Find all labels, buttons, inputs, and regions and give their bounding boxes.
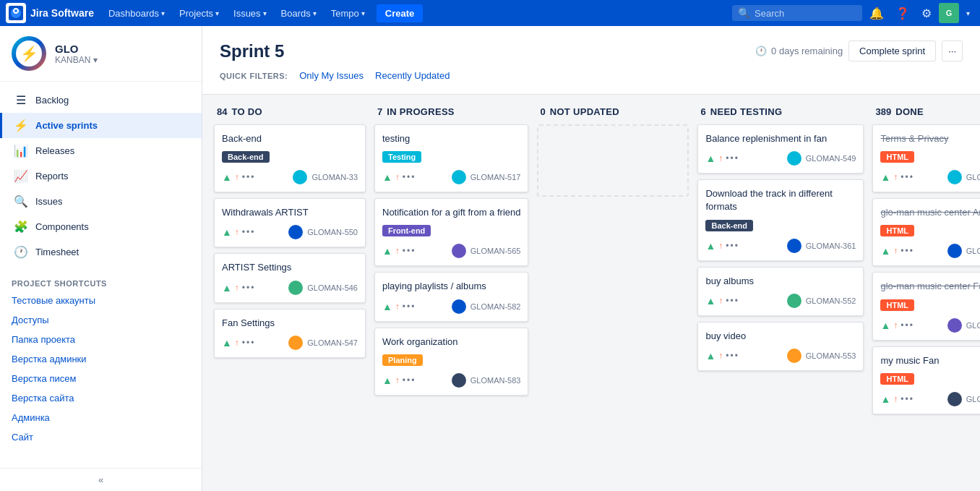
card-GLOMAN-583[interactable]: Work organization Planing ▲ ↑ ••• GLOMAN… (374, 328, 528, 396)
column-count-done: 389 (875, 106, 891, 117)
card-bottom: ▲ ↑ ••• GLOMAN-583 (382, 373, 520, 388)
shortcut-link[interactable]: Админка (0, 408, 202, 427)
card-GLOMAN-582[interactable]: playing playlists / albums ▲ ↑ ••• GLOMA… (374, 272, 528, 321)
create-button[interactable]: Create (377, 4, 423, 22)
boards-menu[interactable]: Boards ▾ (275, 5, 322, 22)
issues-menu[interactable]: Issues ▾ (228, 5, 272, 22)
card-id-row: GLOMAN-304 (947, 318, 980, 333)
card-tag: HTML (880, 151, 914, 163)
priority-icon: ↑ (395, 172, 400, 182)
story-icon: ▲ (382, 245, 392, 257)
card-tag: Back-end (222, 151, 270, 163)
more-icon: ••• (403, 172, 416, 182)
board-title-row: Sprint 5 🕐 0 days remaining Complete spr… (220, 40, 963, 61)
card-bottom: ▲ ↑ ••• GLOMAN-305 (880, 392, 980, 406)
user-avatar[interactable]: G (939, 3, 959, 23)
card-GLOMAN-33[interactable]: Back-end Back-end ▲ ↑ ••• GLOMAN-33 (214, 124, 366, 192)
story-icon: ▲ (222, 171, 232, 183)
more-icon: ••• (242, 338, 256, 348)
tempo-menu[interactable]: Tempo ▾ (325, 5, 371, 22)
projects-chevron: ▾ (215, 9, 219, 17)
card-id: GLOMAN-305 (966, 395, 980, 404)
shortcut-link[interactable]: Верстка сайта (0, 388, 202, 408)
sidebar-item-active-sprints[interactable]: ⚡Active sprints (0, 113, 202, 138)
card-id-row: GLOMAN-361 (787, 239, 856, 253)
sidebar-item-reports[interactable]: 📈Reports (0, 163, 202, 189)
card-tag: Front-end (382, 225, 431, 236)
card-bottom: ▲ ↑ ••• GLOMAN-582 (382, 299, 520, 314)
card-GLOMAN-550[interactable]: Withdrawals ARTIST ▲ ↑ ••• GLOMAN-550 (214, 198, 366, 247)
user-menu-chevron[interactable]: ▾ (962, 7, 974, 20)
card-id-row: GLOMAN-33 (293, 170, 358, 184)
card-icons: ▲ ↑ ••• (222, 171, 255, 183)
settings-icon[interactable]: ⚙ (917, 4, 936, 23)
card-GLOMAN-552[interactable]: buy albums ▲ ↑ ••• GLOMAN-552 (697, 267, 864, 316)
nav-label-timesheet: Timesheet (35, 247, 79, 257)
card-GLOMAN-565[interactable]: Notification for a gift from a friend Fr… (374, 198, 528, 266)
card-GLOMAN-553[interactable]: buy video ▲ ↑ ••• GLOMAN-553 (697, 322, 864, 371)
priority-icon: ↑ (395, 302, 400, 312)
story-icon: ▲ (880, 320, 890, 331)
shortcut-link[interactable]: Верстка админки (0, 349, 202, 369)
filter-recently-updated[interactable]: Recently Updated (372, 69, 452, 82)
priority-icon: ↑ (893, 172, 898, 182)
column-count-todo: 84 (217, 106, 227, 117)
dashboards-menu[interactable]: Dashboards ▾ (103, 5, 171, 22)
card-icons: ▲ ↑ ••• (880, 245, 914, 257)
card-id-row: GLOMAN-565 (452, 244, 521, 258)
card-bottom: ▲ ↑ ••• GLOMAN-547 (222, 336, 358, 350)
search-input[interactable] (755, 8, 841, 19)
project-type[interactable]: KANBAN ▾ (55, 55, 98, 65)
shortcut-link[interactable]: Сайт (0, 427, 202, 447)
card-avatar (947, 244, 962, 258)
story-icon: ▲ (382, 375, 392, 386)
help-icon[interactable]: ❓ (891, 4, 914, 23)
nav-label-issues: Issues (35, 196, 63, 207)
card-icons: ▲ ↑ ••• (222, 226, 255, 238)
card-icons: ▲ ↑ ••• (705, 240, 739, 252)
complete-sprint-button[interactable]: Complete sprint (848, 40, 936, 61)
more-icon: ••• (726, 296, 739, 306)
search-box[interactable]: 🔍 (732, 5, 862, 21)
shortcut-link[interactable]: Папка проекта (0, 330, 202, 349)
more-icon: ••• (901, 172, 914, 182)
shortcut-link[interactable]: Верстка писем (0, 369, 202, 388)
card-title: Balance replenishment in fan (705, 132, 856, 145)
card-GLOMAN-517[interactable]: testing Testing ▲ ↑ ••• GLOMAN-517 (374, 124, 528, 192)
search-icon: 🔍 (738, 7, 750, 19)
app-logo[interactable]: Jira Software (6, 3, 94, 23)
card-GLOMAN-361[interactable]: Download the track in different formats … (697, 179, 864, 260)
sidebar-item-issues[interactable]: 🔍Issues (0, 189, 202, 214)
card-icons: ▲ ↑ ••• (880, 171, 914, 183)
shortcut-link[interactable]: Доступы (0, 310, 202, 330)
card-title: playing playlists / albums (382, 280, 520, 293)
sidebar-collapse-button[interactable]: « (0, 468, 202, 491)
more-options-button[interactable]: ··· (942, 40, 963, 61)
card-GLOMAN-313[interactable]: Terms & Privacy HTML ▲ ↑ ••• GLOMAN-313 (872, 124, 980, 192)
card-GLOMAN-547[interactable]: Fan Settings ▲ ↑ ••• GLOMAN-547 (214, 309, 366, 358)
column-count-notupdated: 0 (540, 106, 545, 117)
card-avatar (452, 373, 466, 388)
card-GLOMAN-303[interactable]: glo-man music center Artist HTML ▲ ↑ •••… (872, 198, 980, 266)
card-id: GLOMAN-303 (966, 247, 980, 255)
card-icons: ▲ ↑ ••• (880, 320, 914, 331)
card-GLOMAN-549[interactable]: Balance replenishment in fan ▲ ↑ ••• GLO… (697, 124, 864, 174)
sidebar-item-releases[interactable]: 📊Releases (0, 138, 202, 163)
sidebar-item-components[interactable]: 🧩Components (0, 214, 202, 239)
card-id: GLOMAN-517 (470, 173, 521, 182)
card-id: GLOMAN-583 (470, 376, 521, 385)
filter-my-issues[interactable]: Only My Issues (296, 69, 366, 82)
projects-menu[interactable]: Projects ▾ (173, 5, 225, 22)
card-GLOMAN-304[interactable]: glo-man music center Fan HTML ▲ ↑ ••• GL… (872, 272, 980, 340)
notifications-icon[interactable]: 🔔 (865, 4, 888, 23)
card-id: GLOMAN-33 (311, 173, 358, 182)
card-GLOMAN-546[interactable]: ARTIST Settings ▲ ↑ ••• GLOMAN-546 (214, 253, 366, 302)
sidebar-item-backlog[interactable]: ☰Backlog (0, 87, 202, 113)
card-icons: ▲ ↑ ••• (705, 350, 739, 362)
card-bottom: ▲ ↑ ••• GLOMAN-546 (222, 281, 358, 295)
shortcut-link[interactable]: Тестовые аккаунты (0, 291, 202, 310)
card-title: Work organization (382, 336, 520, 349)
story-icon: ▲ (222, 282, 232, 294)
card-GLOMAN-305[interactable]: my music Fan HTML ▲ ↑ ••• GLOMAN-305 (872, 346, 980, 414)
sidebar-item-timesheet[interactable]: 🕐Timesheet (0, 239, 202, 265)
